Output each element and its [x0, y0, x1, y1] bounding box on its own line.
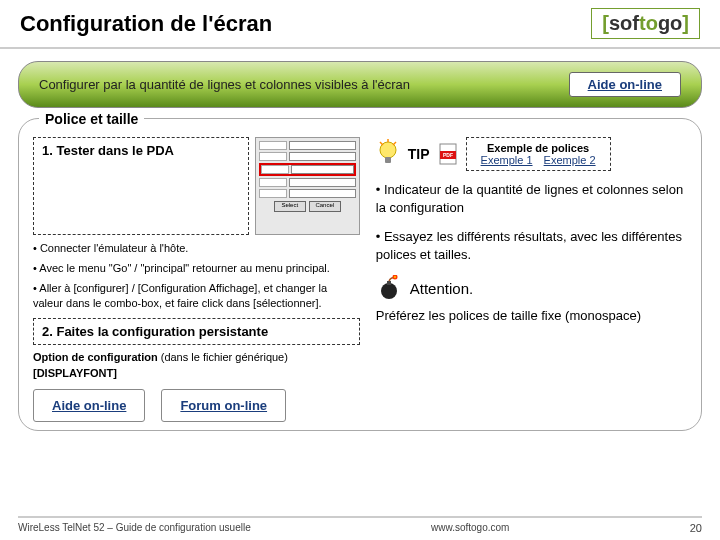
- svg-line-3: [393, 142, 396, 145]
- pda-screenshot: Select Cancel: [255, 137, 360, 235]
- svg-text:PDF: PDF: [443, 152, 453, 158]
- page-title: Configuration de l'écran: [20, 11, 591, 37]
- footer: WireLess TelNet 52 – Guide de configurat…: [18, 516, 702, 534]
- page-number: 20: [690, 522, 702, 534]
- forum-online-button[interactable]: Forum on-line: [161, 389, 286, 422]
- pda-cancel-button: Cancel: [309, 201, 341, 212]
- bomb-icon: [376, 275, 402, 301]
- list-item: Connecter l'émulateur à l'hôte.: [33, 241, 360, 256]
- example-box: Exemple de polices Exemple 1 Exemple 2: [466, 137, 611, 171]
- header: Configuration de l'écran [softogo]: [0, 0, 720, 47]
- tip-row: TIP PDF Exemple de polices Exemple 1 Exe…: [376, 137, 687, 171]
- example-title: Exemple de polices: [477, 142, 600, 154]
- svg-rect-9: [387, 281, 391, 285]
- example-link-1[interactable]: Exemple 1: [481, 154, 533, 166]
- right-bullet-2: Essayez les différents résultats, avec l…: [376, 228, 687, 263]
- section-label: Police et taille: [39, 111, 144, 127]
- footer-left: WireLess TelNet 52 – Guide de configurat…: [18, 522, 251, 534]
- lightbulb-icon: [376, 139, 400, 169]
- example-link-2[interactable]: Exemple 2: [544, 154, 596, 166]
- list-item: Aller à [configurer] / [Configuration Af…: [33, 281, 360, 311]
- footer-center: www.softogo.com: [431, 522, 509, 534]
- tip-label: TIP: [408, 146, 430, 162]
- help-online-link[interactable]: Aide on-line: [569, 72, 681, 97]
- right-bullet-1: Indicateur de la quantité de lignes et c…: [376, 181, 687, 216]
- list-item: Avec le menu "Go" / "principal" retourne…: [33, 261, 360, 276]
- svg-point-11: [394, 276, 396, 278]
- left-column: 1. Tester dans le PDA Select Cancel Conn…: [19, 129, 368, 422]
- step1-box: 1. Tester dans le PDA: [33, 137, 249, 235]
- header-divider: [0, 47, 720, 49]
- main-panel: Police et taille 1. Tester dans le PDA S…: [18, 118, 702, 431]
- pda-select-button: Select: [274, 201, 306, 212]
- subtitle-text: Configurer par la quantité de lignes et …: [39, 77, 410, 92]
- attention-row: Attention.: [376, 275, 687, 301]
- pdf-icon: PDF: [438, 143, 458, 165]
- displayfont-label: [DISPLAYFONT]: [33, 367, 360, 379]
- attention-text: Préférez les polices de taille fixe (mon…: [376, 307, 687, 325]
- step2-box: 2. Faites la configuration persistante: [33, 318, 360, 345]
- option-line: Option de configuration (dans le fichier…: [33, 351, 360, 363]
- logo: [softogo]: [591, 8, 700, 39]
- attention-label: Attention.: [410, 280, 473, 297]
- svg-line-2: [380, 142, 383, 145]
- svg-point-8: [381, 283, 397, 299]
- instruction-list: Connecter l'émulateur à l'hôte. Avec le …: [33, 241, 360, 310]
- right-column: TIP PDF Exemple de polices Exemple 1 Exe…: [368, 129, 701, 422]
- svg-rect-1: [385, 157, 391, 163]
- subtitle-bar: Configurer par la quantité de lignes et …: [18, 61, 702, 108]
- help-online-button[interactable]: Aide on-line: [33, 389, 145, 422]
